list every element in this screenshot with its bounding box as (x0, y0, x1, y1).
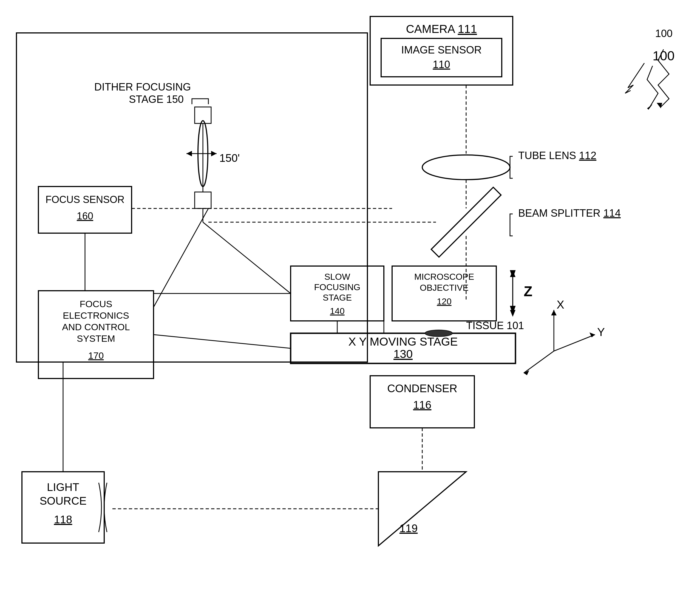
light-source-number: 118 (54, 514, 72, 525)
svg-marker-17 (657, 103, 662, 108)
focus-electronics-label2: ELECTRONICS (63, 310, 129, 321)
condenser-number: 116 (413, 399, 432, 411)
focus-electronics-label3: AND CONTROL (62, 322, 130, 332)
light-lens-left (99, 483, 101, 532)
tube-lens-label: TUBE LENS 112 (518, 150, 596, 161)
focus-electronics-number: 170 (88, 350, 104, 361)
tissue-shape (425, 330, 452, 337)
image-sensor-number: 110 (433, 59, 450, 70)
dither-label2: STAGE 150 (129, 94, 184, 105)
prism-shape (379, 472, 466, 546)
focus-sensor-box (38, 187, 132, 233)
xy-stage-number: 130 (393, 348, 413, 361)
svg-marker-1 (647, 104, 653, 110)
electronics-to-xy-line (154, 334, 291, 348)
svg-marker-8 (211, 151, 216, 156)
svg-marker-6 (510, 310, 516, 317)
microscope-objective-label: MICROSCOPE (414, 272, 474, 282)
tube-lens-bracket (510, 156, 513, 178)
tube-lens-shape (422, 155, 510, 180)
light-source-label2: SOURCE (40, 495, 86, 507)
focus-electronics-label1: FOCUS (80, 299, 112, 309)
svg-marker-5 (510, 270, 516, 277)
microscope-objective-label2: OBJECTIVE (420, 283, 469, 293)
slow-focusing-label2: FOCUSING (314, 282, 361, 292)
xy-axes: Y X (524, 298, 605, 375)
dither-label1: DITHER FOCUSING (94, 81, 191, 93)
slow-focusing-label1: SLOW (325, 272, 351, 282)
beam-splitter-label: BEAM SPLITTER 114 (518, 207, 621, 219)
diagram-container: 100 CAMERA 111 IMAGE SENSOR 110 TUBE LEN… (0, 0, 700, 596)
dither-prime-label: 150' (219, 152, 240, 164)
svg-text:X: X (556, 298, 564, 311)
svg-text:Y: Y (597, 326, 605, 339)
condenser-label: CONDENSER (387, 382, 457, 394)
microscope-objective-number: 120 (437, 297, 451, 306)
system-number-label: 100 (655, 27, 673, 40)
slow-focusing-number: 140 (330, 306, 344, 316)
prism-number: 119 (399, 522, 418, 534)
svg-line-15 (524, 351, 554, 373)
focus-electronics-label4: SYSTEM (77, 333, 115, 344)
svg-marker-13 (551, 310, 556, 316)
beam-splitter-bracket (510, 214, 513, 236)
focus-sensor-label: FOCUS SENSOR (46, 194, 125, 205)
system-number: 100 (653, 49, 674, 63)
dither-bracket (192, 99, 208, 104)
camera-label: CAMERA 111 (406, 23, 477, 35)
tissue-label: TISSUE 101 (466, 320, 524, 331)
slow-focusing-label3: STAGE (323, 293, 352, 302)
electronics-to-dither-line (154, 208, 208, 307)
xy-stage-label: X Y MOVING STAGE (348, 335, 458, 348)
svg-marker-7 (186, 151, 192, 156)
svg-line-9 (554, 334, 595, 351)
z-label: Z (524, 283, 533, 299)
dither-actuator-bottom (195, 192, 211, 208)
image-sensor-label: IMAGE SENSOR (401, 44, 482, 56)
light-source-label1: LIGHT (47, 481, 79, 493)
dither-to-slow-line (203, 222, 291, 294)
svg-line-0 (628, 63, 644, 88)
focus-sensor-number: 160 (77, 210, 93, 222)
